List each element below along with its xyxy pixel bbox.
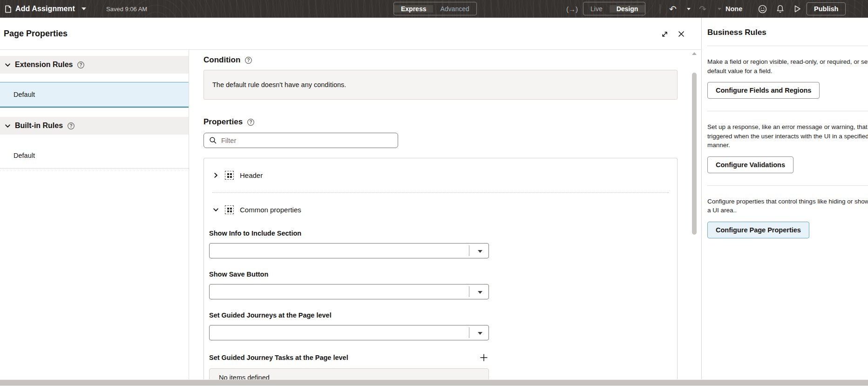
business-rules-title: Business Rules xyxy=(707,28,868,37)
fields-regions-description: Make a field or region visible, read-onl… xyxy=(707,57,868,75)
accordion-common-properties-group[interactable]: Common properties xyxy=(204,193,677,227)
guided-journeys-select[interactable] xyxy=(209,325,489,340)
rule-detail-content: Condition ? The default rule doesn't hav… xyxy=(190,50,691,379)
undo-icon: ↶ xyxy=(669,5,677,14)
region-icon xyxy=(225,171,234,180)
chevron-down-icon xyxy=(718,8,721,10)
undo-button[interactable]: ↶ xyxy=(667,0,679,18)
mode-toggle-advanced[interactable]: Advanced xyxy=(433,5,476,13)
builtin-rules-heading: Built-in Rules xyxy=(15,122,63,130)
code-view-icon[interactable]: (→) xyxy=(566,0,578,18)
condition-heading: Condition xyxy=(203,55,240,65)
show-save-button-select[interactable] xyxy=(209,284,489,299)
horizontal-scrollbar-track xyxy=(0,379,868,386)
top-toolbar: Add Assignment Saved 9:06 AM Express Adv… xyxy=(0,0,868,18)
sandbox-selector[interactable]: None xyxy=(726,0,742,18)
properties-filter xyxy=(203,133,398,148)
redo-icon: ↷ xyxy=(699,5,706,14)
maximize-icon xyxy=(661,30,669,38)
close-panel-button[interactable] xyxy=(676,29,686,39)
help-icon[interactable]: ? xyxy=(77,61,85,69)
scrollbar-up-arrow[interactable] xyxy=(692,52,697,55)
chevron-down-icon xyxy=(687,8,691,10)
page-properties-section: Configure properties that control things… xyxy=(707,197,868,238)
configure-page-properties-button[interactable]: Configure Page Properties xyxy=(707,222,809,238)
smiley-icon xyxy=(758,4,767,14)
add-item-button[interactable] xyxy=(479,352,489,363)
extension-rules-section-header[interactable]: Extension Rules ? xyxy=(0,56,189,74)
feedback-button[interactable] xyxy=(756,0,768,18)
maximize-panel-button[interactable] xyxy=(659,29,670,39)
chevron-right-icon xyxy=(213,172,219,178)
validations-section: Set up a response, like an error message… xyxy=(707,122,868,186)
properties-heading: Properties xyxy=(203,117,243,127)
search-icon xyxy=(209,136,217,144)
accordion-header-group[interactable]: Header xyxy=(204,158,677,192)
mode-toggle: Express Advanced xyxy=(393,2,477,15)
builtin-rule-item-default[interactable]: Default xyxy=(0,143,189,169)
builtin-rules-section-header[interactable]: Built-in Rules ? xyxy=(0,117,189,135)
svg-text:?: ? xyxy=(247,58,250,63)
divider xyxy=(707,46,868,46)
show-save-button-label: Show Save Button xyxy=(209,271,489,278)
toolbar-divider xyxy=(660,4,660,14)
mode-toggle-express[interactable]: Express xyxy=(394,5,433,13)
plus-icon xyxy=(479,353,488,362)
horizontal-scrollbar[interactable] xyxy=(0,380,868,386)
redo-button[interactable]: ↷ xyxy=(697,0,709,18)
help-icon[interactable]: ? xyxy=(247,118,255,126)
document-menu-button[interactable]: Add Assignment xyxy=(5,0,86,18)
close-icon xyxy=(678,31,685,37)
extension-rule-item-default[interactable]: Default xyxy=(0,82,189,108)
caret-down-icon xyxy=(478,332,482,335)
chevron-down-icon[interactable] xyxy=(81,7,86,10)
rules-sidebar: Extension Rules ? Default Built-in Rules… xyxy=(0,50,189,379)
chevron-down-icon xyxy=(213,207,219,213)
help-icon[interactable]: ? xyxy=(67,122,75,130)
validations-description: Set up a response, like an error message… xyxy=(707,122,868,150)
configure-validations-button[interactable]: Configure Validations xyxy=(707,156,793,173)
region-icon xyxy=(225,205,234,214)
extension-rules-heading: Extension Rules xyxy=(15,61,73,69)
redo-history-dropdown[interactable] xyxy=(712,0,724,18)
publish-button[interactable]: Publish xyxy=(807,2,846,15)
view-toggle-live[interactable]: Live xyxy=(583,5,610,13)
play-icon xyxy=(793,4,802,14)
divider xyxy=(469,286,469,297)
svg-text:?: ? xyxy=(70,123,73,129)
business-rules-panel: Business Rules Make a field or region vi… xyxy=(701,18,868,379)
divider xyxy=(469,327,469,338)
vertical-scrollbar[interactable] xyxy=(692,73,697,235)
document-title: Add Assignment xyxy=(15,5,75,13)
common-properties-group-label: Common properties xyxy=(240,206,301,214)
header-group-label: Header xyxy=(240,171,263,179)
view-toggle-design[interactable]: Design xyxy=(610,5,645,13)
notifications-button[interactable] xyxy=(774,0,786,18)
help-icon[interactable]: ? xyxy=(244,56,252,64)
divider xyxy=(707,185,868,186)
saved-status: Saved 9:06 AM xyxy=(106,0,147,18)
view-toggle: Live Design xyxy=(583,2,645,15)
guided-journey-tasks-empty: No items defined xyxy=(209,368,489,379)
svg-text:?: ? xyxy=(250,120,252,125)
caret-down-icon xyxy=(478,250,482,253)
properties-card: Header Common properties Show Info to In… xyxy=(203,158,678,379)
configure-fields-regions-button[interactable]: Configure Fields and Regions xyxy=(707,82,820,99)
show-info-select[interactable] xyxy=(209,243,489,258)
guided-journey-tasks-label: Set Guided Journey Tasks at the Page lev… xyxy=(209,354,348,361)
page-properties-description: Configure properties that control things… xyxy=(707,197,868,215)
show-info-label: Show Info to Include Section xyxy=(209,230,489,237)
divider xyxy=(469,245,469,256)
page-properties-header: Page Properties xyxy=(0,18,701,50)
bell-icon xyxy=(775,4,785,14)
guided-journeys-label: Set Guided Journeys at the Page level xyxy=(209,312,489,319)
preview-button[interactable] xyxy=(791,0,803,18)
caret-down-icon xyxy=(478,291,482,294)
svg-text:?: ? xyxy=(80,62,82,68)
document-icon xyxy=(5,5,12,13)
filter-input[interactable] xyxy=(221,137,393,144)
fields-regions-section: Make a field or region visible, read-onl… xyxy=(707,57,868,111)
condition-empty-message: The default rule doesn't have any condit… xyxy=(203,70,678,100)
undo-history-dropdown[interactable] xyxy=(681,0,693,18)
chevron-down-icon xyxy=(5,62,11,68)
